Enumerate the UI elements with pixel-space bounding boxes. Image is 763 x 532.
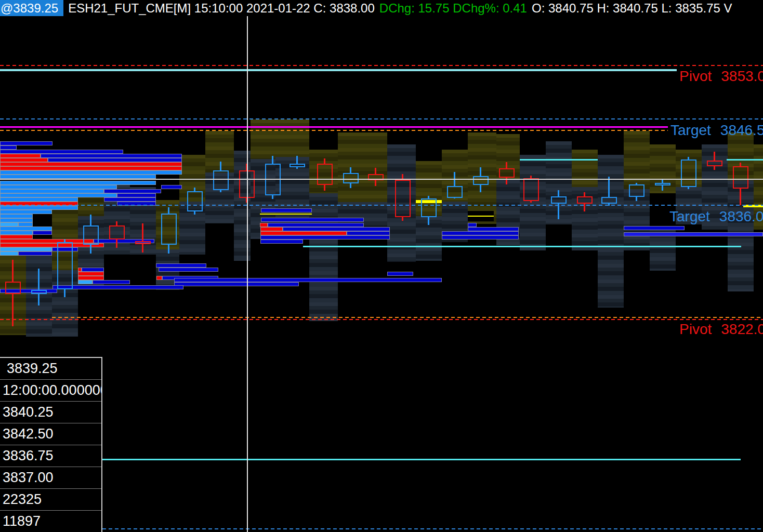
level-line <box>260 214 312 215</box>
chart-area[interactable]: Pivot3853.00Target3846.50Target3836.00Pi… <box>0 0 763 532</box>
level-value: 3836.00 <box>719 208 763 225</box>
volume-profile-bar <box>0 150 123 154</box>
level-name: Target <box>669 208 710 225</box>
volume-profile-bar <box>0 251 18 256</box>
level-name: Pivot <box>679 68 712 85</box>
candle-wick <box>142 223 143 241</box>
volume-profile-bar <box>78 276 104 280</box>
candle-up <box>31 290 47 294</box>
data-window-row: 3836.75 <box>0 445 101 467</box>
volume-profile-bar <box>78 272 104 276</box>
candle-down <box>317 164 333 185</box>
level-value: 3822.00 <box>721 321 763 338</box>
volume-profile-bar <box>156 263 206 268</box>
candle-wick <box>220 162 221 170</box>
volume-profile-bar <box>468 223 477 227</box>
candle-wick <box>296 156 298 164</box>
volume-profile-bar <box>261 208 312 212</box>
volume-profile-bar <box>260 235 390 240</box>
volume-profile-bar <box>104 189 161 193</box>
crosshair-horizontal-line[interactable] <box>0 179 763 180</box>
candle-up <box>187 191 203 211</box>
symbol-info-text: ESH21_FUT_CME[M] 15:10:00 2021-01-22 C: … <box>63 0 375 16</box>
bg-column <box>624 131 650 189</box>
dashed-level-line <box>0 118 763 119</box>
candle-wick <box>272 195 273 199</box>
candle-wick <box>194 211 195 215</box>
level-line <box>468 216 494 217</box>
data-window-row: 3840.25 <box>0 402 101 423</box>
price-marker-flag: @3839.25 <box>0 0 63 16</box>
candle-wick <box>662 185 663 191</box>
volume-profile-bar <box>260 240 303 244</box>
data-window-row: 3839.25 <box>0 358 101 380</box>
volume-profile-bar <box>283 227 390 231</box>
level-name: Pivot <box>679 321 712 338</box>
volume-profile-bar <box>0 145 17 150</box>
candle-down <box>499 168 515 178</box>
volume-profile-bar <box>0 247 52 251</box>
candle-up <box>629 184 644 197</box>
level-line <box>727 159 763 161</box>
crosshair-vertical-line[interactable] <box>247 0 248 532</box>
candle-down <box>707 161 722 166</box>
volume-profile-bar <box>18 222 33 227</box>
candle-wick <box>350 167 351 173</box>
volume-profile-bar <box>0 239 94 243</box>
candle-up <box>447 186 463 198</box>
volume-profile-bar <box>117 193 156 197</box>
bg-column <box>251 119 275 159</box>
candle-up <box>421 198 437 217</box>
candle-wick <box>324 158 325 164</box>
candle-wick <box>530 201 532 203</box>
bg-column <box>338 132 387 202</box>
candle-wick <box>38 269 40 290</box>
candle-up <box>161 214 177 245</box>
level-value: 3846.50 <box>720 122 763 139</box>
volume-profile-bar <box>0 206 78 210</box>
volume-profile-bar <box>93 280 130 284</box>
volume-profile-bar <box>0 189 104 193</box>
candle-wick <box>90 245 91 254</box>
daily-change-text: DChg: 15.75 DChg%: 0.41 <box>375 0 527 16</box>
volume-profile-bar <box>0 162 182 166</box>
candle-wick <box>740 189 741 205</box>
candle-wick <box>375 180 376 186</box>
volume-profile-bar <box>261 218 364 222</box>
data-window-row: 11897 <box>0 511 101 532</box>
ohlc-text: O: 3840.75 H: 3840.75 L: 3835.75 V <box>527 0 732 16</box>
candle-wick <box>272 156 273 164</box>
bg-column <box>275 119 309 157</box>
price-level-label: Pivot3853.00 <box>679 68 763 85</box>
candle-up <box>83 225 99 245</box>
candle-up <box>213 170 229 190</box>
volume-profile-bar <box>260 231 347 235</box>
candle-down <box>733 166 748 189</box>
volume-profile-bar <box>156 276 162 280</box>
dashed-level-line <box>0 319 763 320</box>
dashed-level-line <box>102 528 763 529</box>
volume-profile-bar <box>0 185 117 189</box>
candle-up <box>655 183 670 185</box>
candle-up <box>601 197 617 204</box>
volume-profile-bar <box>0 235 33 239</box>
volume-profile-bar <box>78 268 82 272</box>
candle-wick <box>296 167 298 169</box>
volume-profile-bar <box>0 158 48 162</box>
candle-wick <box>454 198 455 198</box>
data-window-row: 12:00:00.000000 <box>0 380 101 402</box>
candle-down <box>577 196 593 204</box>
volume-profile-bar <box>0 166 182 170</box>
candle-wick <box>480 185 481 192</box>
volume-profile-bar <box>0 193 117 197</box>
volume-profile-bar <box>33 231 52 235</box>
candle-wick <box>194 188 195 191</box>
volume-profile-bar <box>0 197 78 202</box>
volume-profile-bar <box>0 222 18 227</box>
bg-column <box>520 155 546 250</box>
candle-down <box>135 241 151 244</box>
candle-wick <box>714 152 715 161</box>
volume-profile-bar <box>0 210 52 214</box>
candle-wick <box>636 197 637 201</box>
volume-profile-bar <box>159 268 218 272</box>
